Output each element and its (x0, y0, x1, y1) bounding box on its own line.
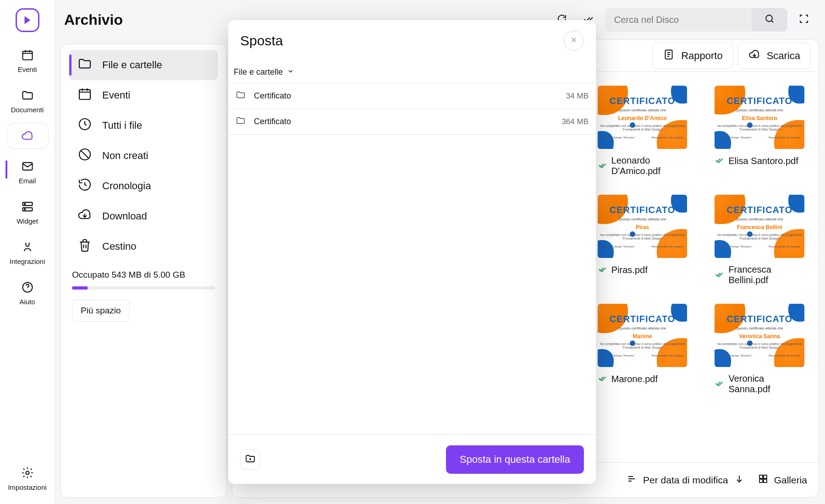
close-icon (570, 36, 578, 46)
modal-overlay: Sposta File e cartelle Certificato 34 MB… (0, 0, 825, 504)
chevron-down-icon (286, 67, 295, 77)
modal-title: Sposta (240, 33, 283, 49)
folder-name: Certificato (254, 117, 291, 126)
move-modal: Sposta File e cartelle Certificato 34 MB… (228, 20, 596, 484)
modal-folder-list: Certificato 34 MB Certificato 364 MB (228, 83, 596, 434)
folder-icon (236, 90, 246, 102)
folder-size: 34 MB (566, 92, 588, 101)
folder-icon (236, 115, 246, 128)
move-here-button[interactable]: Sposta in questa cartella (446, 445, 584, 474)
close-button[interactable] (564, 31, 584, 51)
modal-footer: Sposta in questa cartella (228, 434, 596, 484)
folder-name: Certificato (254, 91, 291, 101)
folder-plus-icon (245, 453, 256, 466)
folder-row[interactable]: Certificato 364 MB (228, 109, 596, 135)
modal-header: Sposta (228, 20, 596, 61)
breadcrumb-label: File e cartelle (234, 67, 283, 77)
folder-row[interactable]: Certificato 34 MB (228, 83, 596, 109)
folder-size: 364 MB (561, 117, 588, 126)
new-folder-button[interactable] (240, 449, 260, 470)
modal-breadcrumb[interactable]: File e cartelle (228, 61, 596, 83)
